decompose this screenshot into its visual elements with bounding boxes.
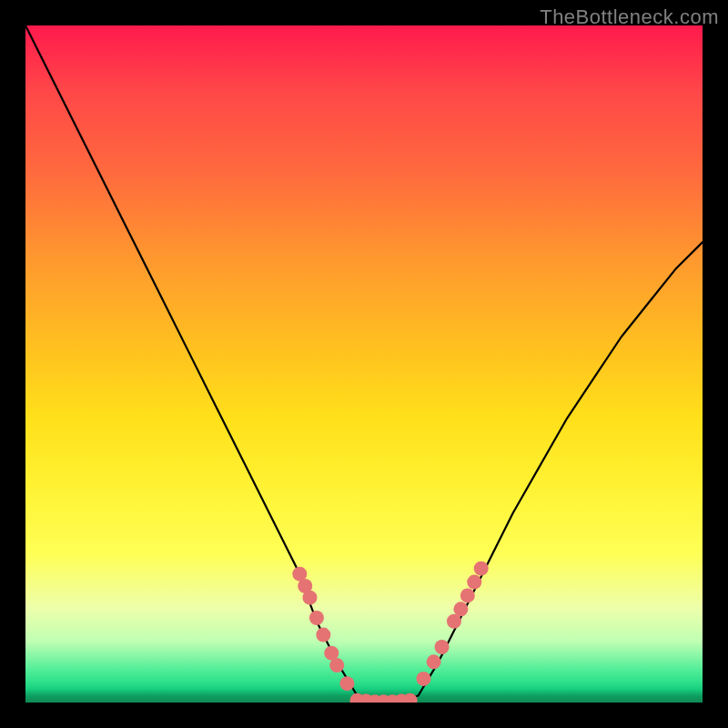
chart-svg	[25, 25, 703, 703]
bead-bead-cluster-left	[309, 611, 324, 625]
chart-plot-area	[25, 25, 703, 703]
bead-bead-cluster-right	[474, 561, 489, 576]
bead-bead-cluster-right	[435, 640, 450, 654]
watermark-text: TheBottleneck.com	[540, 5, 719, 29]
bead-bead-cluster-left	[339, 676, 354, 691]
bead-bead-cluster-left	[302, 591, 317, 605]
bead-bead-cluster-right	[460, 588, 475, 602]
bead-bead-cluster-left	[329, 658, 344, 672]
bead-bead-cluster-right	[447, 614, 461, 629]
bead-bead-cluster-floor	[403, 693, 418, 703]
bead-bead-cluster-left	[316, 628, 330, 642]
bead-bead-cluster-right	[467, 575, 481, 590]
bead-bead-cluster-right	[453, 602, 468, 616]
bead-bead-cluster-right	[416, 672, 430, 686]
curve-bottleneck-curve	[25, 25, 703, 703]
bead-bead-cluster-right	[427, 654, 441, 669]
